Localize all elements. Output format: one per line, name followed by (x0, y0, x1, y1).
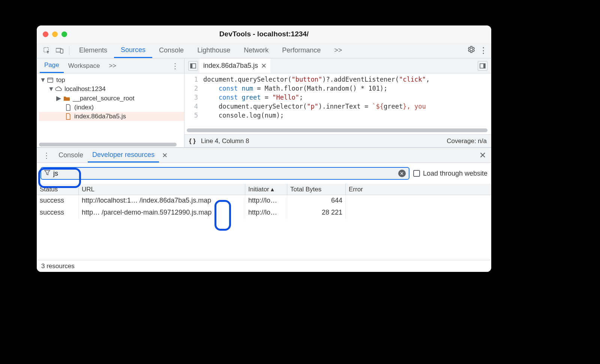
tab-console[interactable]: Console (152, 43, 190, 58)
tab-lighthouse[interactable]: Lighthouse (190, 43, 237, 58)
editor-statusbar: { } Line 4, Column 8 Coverage: n/a (184, 134, 491, 147)
table-row[interactable]: successhttp://localhost:1… /index.86da7b… (37, 195, 491, 207)
editor-tab-filename: index.86da7ba5.js (203, 62, 258, 70)
code-line[interactable]: 3 const greet = "Hello"; (184, 93, 491, 102)
close-tab-icon[interactable]: ✕ (261, 62, 267, 70)
tree-item-folder[interactable]: ▶ __parcel_source_root (39, 94, 184, 103)
tree-label: localhost:1234 (64, 85, 106, 93)
file-icon (64, 104, 72, 111)
resources-table: Status URL Initiator ▴ Total Bytes Error… (37, 184, 491, 260)
col-error[interactable]: Error (346, 184, 491, 195)
tree-item-host[interactable]: ▼ localhost:1234 (39, 85, 184, 94)
navigator-kebab-icon[interactable]: ⋮ (169, 61, 181, 70)
tree-label: (index) (74, 104, 94, 111)
device-toolbar-icon[interactable] (56, 46, 64, 55)
code-line[interactable]: 4 document.querySelector("p").innerText … (184, 102, 491, 111)
coverage-status: Coverage: n/a (447, 137, 487, 145)
col-status[interactable]: Status (37, 184, 79, 195)
show-debugger-icon[interactable] (478, 61, 488, 71)
cell-status: success (37, 195, 79, 207)
table-row[interactable]: successhttp… /parcel-demo-main.59712990.… (37, 207, 491, 219)
tree-label: __parcel_source_root (73, 95, 134, 102)
load-through-website-label: Load through website (423, 170, 488, 178)
window-titlebar: DevTools - localhost:1234/ (37, 25, 491, 43)
tree-item-js-file[interactable]: index.86da7ba5.js (39, 112, 184, 121)
svg-rect-3 (48, 78, 53, 82)
drawer-tab-close-icon[interactable]: ✕ (159, 151, 171, 160)
cell-url: http… /parcel-demo-main.59712990.js.map (79, 207, 245, 219)
code-line[interactable]: 2 const num = Math.floor(Math.random() *… (184, 84, 491, 93)
editor-tabs: index.86da7ba5.js ✕ (184, 58, 491, 73)
tab-performance[interactable]: Performance (275, 43, 327, 58)
filter-input[interactable] (53, 170, 395, 178)
clear-filter-icon[interactable]: ✕ (398, 170, 406, 177)
cloud-icon (55, 85, 62, 93)
drawer-footer: 3 resources (37, 260, 491, 272)
table-body: successhttp://localhost:1… /index.86da7b… (37, 195, 491, 260)
cell-initiator: http://lo… (245, 207, 287, 219)
cell-error (346, 195, 491, 207)
cell-bytes: 28 221 (287, 207, 346, 219)
tree-hscrollbar[interactable] (39, 143, 177, 146)
drawer-close-icon[interactable]: ✕ (476, 151, 489, 160)
subtab-more[interactable]: >> (104, 58, 121, 73)
folder-icon (63, 95, 70, 102)
tree-item-index[interactable]: (index) (39, 103, 184, 112)
kebab-menu-icon[interactable]: ⋮ (479, 46, 488, 55)
load-through-website-option[interactable]: Load through website (413, 170, 488, 178)
tree-label: top (56, 76, 65, 84)
svg-rect-6 (190, 64, 192, 68)
cell-error (346, 207, 491, 219)
tab-network[interactable]: Network (237, 43, 275, 58)
navigator-tabs: Page Workspace >> ⋮ (37, 58, 184, 73)
col-total-bytes[interactable]: Total Bytes (287, 184, 346, 195)
cursor-position: Line 4, Column 8 (201, 137, 249, 145)
filter-input-wrapper[interactable]: ✕ (40, 167, 410, 180)
sources-panel: Page Workspace >> ⋮ ▼ top ▼ localhost:12… (37, 58, 491, 148)
checkbox-icon[interactable] (413, 170, 420, 177)
tab-sources[interactable]: Sources (114, 43, 152, 58)
editor-pane: index.86da7ba5.js ✕ 1document.querySelec… (184, 58, 491, 147)
code-line[interactable]: 1document.querySelector("button")?.addEv… (184, 75, 491, 84)
inspect-element-icon[interactable] (43, 46, 51, 55)
tab-elements[interactable]: Elements (72, 43, 114, 58)
filter-icon (44, 170, 50, 178)
filter-bar: ✕ Load through website (37, 163, 491, 184)
drawer-tabs: ⋮ Console Developer resources ✕ ✕ (37, 148, 491, 163)
col-initiator[interactable]: Initiator ▴ (245, 184, 287, 195)
drawer-kebab-icon[interactable]: ⋮ (39, 151, 54, 160)
devtools-window: DevTools - localhost:1234/ Elements Sour… (37, 25, 491, 272)
cell-url: http://localhost:1… /index.86da7ba5.js.m… (79, 195, 245, 207)
navigator-pane: Page Workspace >> ⋮ ▼ top ▼ localhost:12… (37, 58, 184, 147)
svg-rect-2 (60, 49, 63, 53)
page-subtab[interactable]: Page (40, 58, 64, 73)
svg-rect-8 (483, 64, 485, 68)
col-url[interactable]: URL (79, 184, 245, 195)
cell-initiator: http://lo… (245, 195, 287, 207)
drawer-tab-console[interactable]: Console (54, 148, 88, 163)
main-tab-strip: Elements Sources Console Lighthouse Netw… (37, 43, 491, 58)
resource-count: 3 resources (41, 263, 75, 270)
editor-hscrollbar[interactable] (187, 128, 488, 132)
code-editor[interactable]: 1document.querySelector("button")?.addEv… (184, 73, 491, 134)
cell-status: success (37, 207, 79, 219)
settings-icon[interactable] (467, 45, 476, 55)
workspace-subtab[interactable]: Workspace (64, 58, 105, 73)
window-title: DevTools - localhost:1234/ (37, 30, 491, 38)
tab-more-panels[interactable]: >> (327, 43, 349, 58)
editor-tab-file[interactable]: index.86da7ba5.js ✕ (200, 58, 270, 73)
table-header: Status URL Initiator ▴ Total Bytes Error (37, 184, 491, 195)
drawer-panel: ⋮ Console Developer resources ✕ ✕ ✕ Load… (37, 148, 491, 272)
tree-item-top[interactable]: ▼ top (39, 76, 184, 85)
drawer-tab-developer-resources[interactable]: Developer resources (88, 148, 159, 163)
file-tree[interactable]: ▼ top ▼ localhost:1234 ▶ __parcel_source… (37, 73, 184, 147)
code-line[interactable]: 5 console.log(num); (184, 111, 491, 120)
window-frame-icon (46, 76, 54, 84)
cell-bytes: 644 (287, 195, 346, 207)
pretty-print-icon[interactable]: { } (189, 137, 196, 145)
file-icon (64, 113, 72, 120)
show-navigator-icon[interactable] (188, 61, 198, 71)
tree-label: index.86da7ba5.js (74, 113, 126, 120)
